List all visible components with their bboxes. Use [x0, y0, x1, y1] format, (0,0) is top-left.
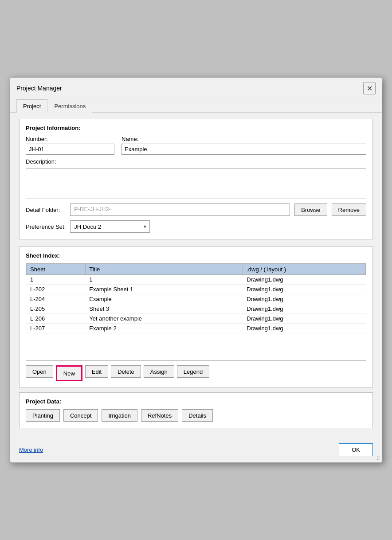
sheet-table: Sheet Title .dwg / ( layout ) 11Drawing1…	[26, 264, 366, 333]
project-information-title: Project Information:	[26, 125, 366, 131]
project-data-buttons: PlantingConceptIrrigationRefNotesDetails	[26, 409, 366, 422]
description-group: Description:	[26, 158, 366, 199]
cell-sheet: L-206	[27, 314, 86, 324]
cell-sheet: L-202	[27, 285, 86, 294]
col-sheet: Sheet	[27, 264, 86, 275]
dialog-title: Project Manager	[16, 85, 62, 92]
project-data-btn-refnotes[interactable]: RefNotes	[141, 409, 178, 422]
legend-button[interactable]: Legend	[177, 365, 209, 378]
sheet-table-body: 11Drawing1.dwgL-202Example Sheet 1Drawin…	[27, 275, 366, 333]
project-data-btn-irrigation[interactable]: Irrigation	[102, 409, 137, 422]
tab-content: Project Information: Number: Name: Descr…	[10, 113, 382, 439]
browse-button[interactable]: Browse	[294, 203, 327, 216]
resize-handle[interactable]: ⠿	[376, 456, 380, 462]
ok-button[interactable]: OK	[339, 443, 373, 456]
cell-dwg: Drawing1.dwg	[243, 314, 366, 324]
sheet-table-header-row: Sheet Title .dwg / ( layout )	[27, 264, 366, 275]
name-input[interactable]	[122, 144, 366, 155]
sheet-index-title: Sheet Index:	[26, 252, 366, 259]
remove-button[interactable]: Remove	[332, 203, 366, 216]
col-dwg: .dwg / ( layout )	[243, 264, 366, 275]
cell-dwg: Drawing1.dwg	[243, 285, 366, 294]
cell-title: Example Sheet 1	[86, 285, 243, 294]
preference-set-row: Preference Set: JH Docu 2 Default Option…	[26, 220, 366, 233]
project-data-title: Project Data:	[26, 398, 366, 405]
delete-button[interactable]: Delete	[111, 365, 141, 378]
cell-sheet: L-207	[27, 324, 86, 333]
tab-bar: Project Permissions	[10, 99, 382, 113]
number-label: Number:	[26, 136, 114, 142]
footer: More info OK	[10, 439, 382, 462]
table-row[interactable]: 11Drawing1.dwg	[27, 275, 366, 285]
project-data-btn-details[interactable]: Details	[182, 409, 213, 422]
table-row[interactable]: L-202Example Sheet 1Drawing1.dwg	[27, 285, 366, 294]
project-data-btn-planting[interactable]: Planting	[26, 409, 60, 422]
number-group: Number:	[26, 136, 114, 155]
table-row[interactable]: L-205Sheet 3Drawing1.dwg	[27, 304, 366, 314]
close-button[interactable]: ✕	[363, 82, 376, 94]
cell-dwg: Drawing1.dwg	[243, 324, 366, 333]
open-button[interactable]: Open	[26, 365, 53, 378]
cell-sheet: 1	[27, 275, 86, 285]
more-info-link[interactable]: More info	[19, 446, 43, 453]
number-name-row: Number: Name:	[26, 136, 366, 155]
table-row[interactable]: L-207Example 2Drawing1.dwg	[27, 324, 366, 333]
col-title: Title	[86, 264, 243, 275]
table-row[interactable]: L-206Yet another exampleDrawing1.dwg	[27, 314, 366, 324]
name-label: Name:	[122, 136, 366, 142]
cell-dwg: Drawing1.dwg	[243, 294, 366, 304]
detail-folder-row: Detail Folder: P-RE-JH-JH2- Browse Remov…	[26, 203, 366, 216]
detail-folder-label: Detail Folder:	[26, 207, 66, 213]
cell-title: Sheet 3	[86, 304, 243, 314]
cell-sheet: L-205	[27, 304, 86, 314]
title-bar: Project Manager ✕	[10, 78, 382, 99]
number-input[interactable]	[26, 144, 114, 155]
preference-set-select[interactable]: JH Docu 2 Default Option 3	[70, 220, 150, 233]
edit-button[interactable]: Edit	[85, 365, 108, 378]
project-data-section: Project Data: PlantingConceptIrrigationR…	[19, 392, 373, 428]
cell-sheet: L-204	[27, 294, 86, 304]
table-row[interactable]: L-204ExampleDrawing1.dwg	[27, 294, 366, 304]
cell-dwg: Drawing1.dwg	[243, 275, 366, 285]
sheet-index-section: Sheet Index: Sheet Title .dwg / ( layout…	[19, 247, 373, 388]
name-group: Name:	[122, 136, 366, 155]
project-manager-dialog: Project Manager ✕ Project Permissions Pr…	[10, 77, 382, 463]
tab-permissions[interactable]: Permissions	[47, 99, 92, 113]
cell-title: Example	[86, 294, 243, 304]
cell-title: 1	[86, 275, 243, 285]
description-label: Description:	[26, 158, 366, 165]
new-button[interactable]: New	[56, 365, 82, 381]
preference-set-wrapper: JH Docu 2 Default Option 3	[70, 220, 150, 233]
sheet-buttons-row: Open New Edit Delete Assign Legend	[26, 365, 366, 381]
project-data-btn-concept[interactable]: Concept	[63, 409, 98, 422]
cell-title: Yet another example	[86, 314, 243, 324]
preference-set-label: Preference Set:	[26, 223, 66, 230]
sheet-table-container: Sheet Title .dwg / ( layout ) 11Drawing1…	[26, 263, 366, 361]
assign-button[interactable]: Assign	[144, 365, 174, 378]
detail-folder-value: P-RE-JH-JH2-	[70, 203, 290, 216]
project-information-section: Project Information: Number: Name: Descr…	[19, 119, 373, 239]
sheet-table-header: Sheet Title .dwg / ( layout )	[27, 264, 366, 275]
cell-title: Example 2	[86, 324, 243, 333]
tab-project[interactable]: Project	[16, 99, 47, 113]
cell-dwg: Drawing1.dwg	[243, 304, 366, 314]
description-textarea[interactable]	[26, 168, 366, 199]
